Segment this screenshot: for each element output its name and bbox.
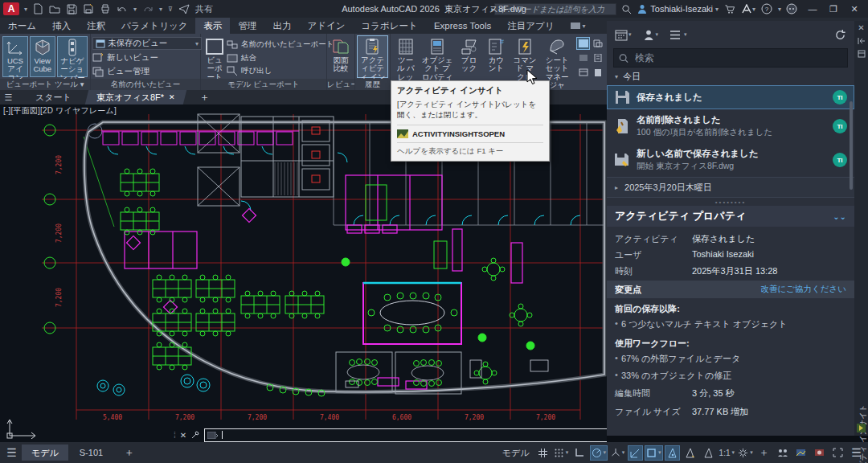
palette-close-icon[interactable]: ✕ bbox=[858, 23, 864, 32]
restore-viewport-button[interactable]: 呼び出し bbox=[227, 64, 334, 78]
tool-palettes-button[interactable]: ツール パレット bbox=[392, 35, 419, 78]
command-line-dock[interactable]: ⁞ ✕ bbox=[174, 428, 607, 442]
user-icon[interactable] bbox=[637, 3, 648, 14]
file-tabs-menu-icon[interactable]: ☰ bbox=[0, 90, 17, 105]
undo-icon[interactable] bbox=[117, 3, 128, 14]
markup-palette-icon[interactable] bbox=[576, 51, 590, 64]
event-purged[interactable]: 名前削除されました 100 個の項目が名前削除されました TI bbox=[607, 109, 854, 143]
view-manager-button[interactable]: ビュー管理 bbox=[92, 66, 199, 79]
save-icon[interactable] bbox=[66, 3, 77, 14]
clipboard-palette-icon[interactable] bbox=[591, 66, 604, 79]
layout-tab-s101[interactable]: S-101 bbox=[70, 445, 113, 461]
palette-autohide-icon[interactable] bbox=[858, 37, 866, 45]
splitter-handle[interactable]: •••••••• bbox=[607, 198, 854, 206]
refresh-button[interactable] bbox=[834, 29, 846, 41]
new-drawing-tab[interactable]: ＋ bbox=[188, 90, 221, 104]
open-file-icon[interactable] bbox=[49, 3, 60, 14]
join-viewport-button[interactable]: 結合 bbox=[227, 51, 334, 65]
drawing-compare-button[interactable]: 図面 比較 bbox=[329, 35, 353, 78]
palette-search-input[interactable] bbox=[633, 51, 842, 64]
panel-label-viewport-tools[interactable]: ビューポート ツール ▾ bbox=[0, 79, 90, 90]
command-input[interactable] bbox=[204, 428, 607, 442]
plot-icon[interactable] bbox=[100, 3, 111, 14]
annotation-visibility-icon[interactable] bbox=[665, 445, 680, 461]
hardware-acceleration-icon[interactable] bbox=[792, 445, 809, 461]
object-snap-icon[interactable]: ▾ bbox=[645, 445, 663, 461]
user-name[interactable]: Toshiaki-Isezaki bbox=[650, 4, 713, 14]
section-today[interactable]: ▾今日 bbox=[607, 68, 854, 85]
help-search-input[interactable] bbox=[494, 3, 616, 15]
isodraft-icon[interactable]: ▾ bbox=[609, 445, 626, 461]
properties-palette-button[interactable]: オブジェクト プロパティ管理 bbox=[419, 35, 455, 78]
xref-palette-icon[interactable] bbox=[591, 37, 604, 50]
autodesk-a-icon[interactable] bbox=[741, 4, 752, 14]
sheet-set-manager-button[interactable]: シート セット マネージャ bbox=[539, 35, 575, 78]
tab-featured-apps[interactable]: 注目アプリ bbox=[499, 18, 562, 34]
app-menu-caret-icon[interactable]: ▾ bbox=[24, 6, 27, 13]
user-caret-icon[interactable]: ▾ bbox=[715, 6, 719, 13]
blocks-palette-button[interactable]: ブロック bbox=[456, 35, 482, 78]
annotation-autoscale-icon[interactable] bbox=[682, 445, 698, 461]
help-caret-icon[interactable]: ▾ bbox=[778, 6, 781, 13]
status-model-label[interactable]: モデル bbox=[502, 447, 530, 459]
isolate-objects-icon[interactable] bbox=[811, 445, 828, 461]
tab-addins[interactable]: アドイン bbox=[299, 18, 353, 34]
close-document-icon[interactable]: ✕ bbox=[169, 93, 175, 101]
grid-display-icon[interactable] bbox=[534, 445, 551, 461]
tab-insert[interactable]: 挿入 bbox=[44, 18, 79, 34]
view-combo[interactable]: 未保存のビュー▾ bbox=[92, 37, 202, 50]
count-palette-button[interactable]: # カウント bbox=[482, 35, 510, 78]
command-customize-icon[interactable] bbox=[190, 430, 200, 440]
activity-insights-button[interactable]: アクティビティ インサイト bbox=[357, 35, 388, 78]
cart-icon[interactable] bbox=[724, 4, 735, 14]
new-file-icon[interactable] bbox=[32, 3, 43, 14]
tab-view[interactable]: 表示 bbox=[195, 18, 230, 34]
user-filter-button[interactable]: ▾ bbox=[643, 29, 659, 41]
minimize-button[interactable]: — bbox=[802, 1, 823, 17]
workspace-gear-icon[interactable]: ▾ bbox=[737, 445, 754, 461]
annotation-scale-list-icon[interactable] bbox=[700, 445, 717, 461]
feedback-link[interactable]: 改善にご協力ください bbox=[761, 284, 846, 295]
activity-properties-header[interactable]: アクティビティ プロパティ ⌄⌄ bbox=[607, 206, 854, 227]
clean-screen-icon[interactable] bbox=[829, 445, 846, 461]
snap-dropdown-icon[interactable]: ▾ bbox=[566, 449, 569, 456]
ucs-icon-button[interactable]: UCS アイコン bbox=[2, 36, 28, 77]
palette-scrollbar[interactable] bbox=[850, 101, 853, 190]
new-view-button[interactable]: 新しいビュー bbox=[92, 51, 199, 64]
save-as-icon[interactable] bbox=[83, 3, 94, 14]
tab-collaborate[interactable]: コラボレート bbox=[354, 18, 426, 34]
palette-properties-icon[interactable] bbox=[858, 50, 866, 58]
search-icon[interactable] bbox=[621, 4, 632, 14]
tab-home[interactable]: ホーム bbox=[0, 18, 44, 34]
viewcube-button[interactable]: View Cube bbox=[30, 36, 55, 77]
tab-parametric[interactable]: パラメトリック bbox=[113, 18, 195, 34]
redo-icon[interactable] bbox=[142, 3, 154, 14]
tab-start[interactable]: スタート bbox=[24, 90, 83, 104]
polar-tracking-icon[interactable]: ▾ bbox=[590, 445, 608, 461]
layout-menu-icon[interactable]: ☰ bbox=[3, 445, 20, 461]
annotation-scale-value[interactable]: 1:1▾ bbox=[719, 445, 735, 461]
tab-document[interactable]: 東京オフィス8F*✕ bbox=[85, 90, 186, 104]
qat-dropdown-icon[interactable]: ⊽ bbox=[168, 6, 173, 13]
help-icon[interactable]: ? bbox=[761, 3, 772, 14]
close-button[interactable]: ✕ bbox=[844, 1, 865, 17]
tab-annotate[interactable]: 注釈 bbox=[79, 18, 113, 34]
ortho-mode-icon[interactable] bbox=[571, 445, 588, 461]
collapse-chevron-icon[interactable]: ⌄⌄ bbox=[833, 212, 846, 221]
section-previous-date[interactable]: ▸2025年3月20日木曜日 bbox=[607, 177, 854, 198]
redo-caret-icon[interactable]: ▾ bbox=[159, 6, 162, 13]
autocad-logo[interactable]: A bbox=[3, 2, 19, 15]
palette-search-box[interactable] bbox=[613, 48, 848, 68]
visibility-palette-icon[interactable] bbox=[576, 37, 590, 50]
object-snap-tracking-icon[interactable] bbox=[628, 445, 643, 461]
annotation-monitor-icon[interactable] bbox=[774, 445, 791, 461]
restore-button[interactable]: ❐ bbox=[823, 1, 844, 17]
calculator-palette-icon[interactable] bbox=[591, 51, 604, 64]
dwg-history-palette-icon[interactable] bbox=[576, 66, 590, 79]
tab-output[interactable]: 出力 bbox=[264, 18, 299, 34]
viewport-controls-label[interactable]: [-][平面図][2D ワイヤフレーム] bbox=[3, 105, 117, 117]
event-saved-as[interactable]: 新しい名前で保存されました 開始 東京オフィス8F.dwg TI bbox=[607, 143, 854, 177]
customization-plus-icon[interactable]: ＋ bbox=[755, 445, 772, 461]
share-label[interactable]: 共有 bbox=[195, 3, 213, 15]
ribbon-display-toggle[interactable]: ▾ bbox=[563, 18, 594, 34]
